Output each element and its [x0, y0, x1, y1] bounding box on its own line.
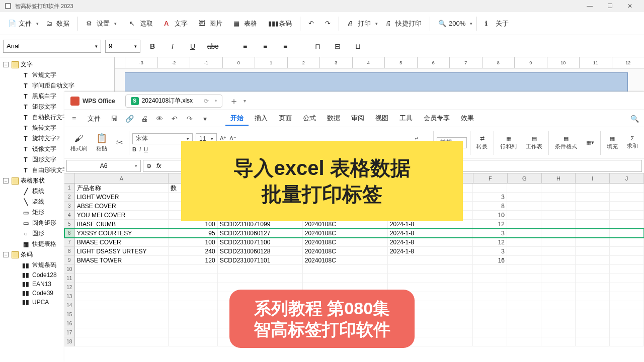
italic-button[interactable]: I	[165, 39, 181, 54]
rib-sum[interactable]: Σ求和	[624, 135, 641, 150]
rib-italic[interactable]: I	[139, 146, 141, 152]
table-row[interactable]: 11	[64, 274, 644, 283]
tree-item[interactable]: T常规文字	[0, 70, 114, 80]
quickprint-button[interactable]: 🖨快捷打印	[380, 15, 427, 33]
underline-button[interactable]: U	[185, 39, 201, 54]
wps-tab-开始[interactable]: 开始	[225, 112, 249, 126]
main-toolbar: 📄文件 🗂数据 ⚙设置 ↖选取 A文字 🖼图片 ▦表格 ▮▮▮条码 ↶ ↷ 🖨打…	[0, 12, 644, 35]
rib-tablefmt[interactable]: ▦▾	[583, 139, 597, 146]
redo-button[interactable]: ↷	[320, 15, 336, 33]
rib-underline[interactable]: U	[144, 146, 148, 152]
wps-file-menu[interactable]: 文件	[83, 112, 106, 125]
wps-tab-工具[interactable]: 工具	[394, 112, 418, 126]
file-menu[interactable]: 📄文件	[3, 15, 40, 33]
valign-top-button[interactable]: ⊓	[309, 39, 326, 54]
align-left-button[interactable]: ≡	[237, 39, 253, 54]
table-row[interactable]: 10	[64, 265, 644, 274]
valign-bot-button[interactable]: ⊔	[350, 39, 366, 54]
svg-rect-1	[6, 4, 10, 8]
ruler-horizontal: -3-2-10123456789101112	[115, 57, 644, 68]
text-tool[interactable]: A文字	[159, 15, 193, 33]
rib-condfmt[interactable]: ▦条件格式	[552, 135, 580, 150]
rib-convert[interactable]: ⇄转换	[473, 135, 491, 150]
col-header[interactable]	[64, 173, 75, 183]
valign-mid-button[interactable]: ⊟	[330, 39, 346, 54]
format-toolbar: Arial▾ 9▾ B I U abc ≡ ≡ ≡ ⊓ ⊟ ⊔	[0, 35, 644, 57]
overlay-badge: 系列教程 第080集 智高标签打印软件	[229, 290, 415, 348]
overlay-title: 导入excel 表格数据 批量打印标签	[181, 141, 463, 221]
close-button[interactable]: ✕	[620, 0, 640, 12]
wps-redo-icon[interactable]: ↷	[183, 112, 196, 125]
table-row[interactable]: 6YXSSY COURTESY95SCDD231006012720240108C…	[64, 229, 644, 238]
select-tool[interactable]: ↖选取	[124, 15, 158, 33]
wps-tab-公式[interactable]: 公式	[298, 112, 321, 126]
bold-button[interactable]: B	[144, 39, 160, 54]
table-tool[interactable]: ▦表格	[228, 15, 262, 33]
col-header[interactable]: F	[473, 173, 508, 183]
col-header[interactable]: J	[610, 173, 644, 183]
rib-cut[interactable]: ✂	[113, 138, 126, 147]
wps-save-icon[interactable]: 🖫	[108, 112, 121, 125]
wps-search-icon[interactable]: 🔍	[628, 112, 641, 125]
wps-preview-icon[interactable]: 👁	[153, 112, 166, 125]
wps-print-icon[interactable]: 🖨	[138, 112, 151, 125]
undo-button[interactable]: ↶	[303, 15, 319, 33]
tree-item[interactable]: T字间距自动文字	[0, 80, 114, 91]
col-header[interactable]: I	[576, 173, 610, 183]
rib-fill[interactable]: ▦填充	[604, 135, 621, 150]
wps-dropdown-icon[interactable]: ▾	[198, 112, 211, 125]
wps-menu-bar: ≡ 文件 🖫 🔗 🖨 👁 ↶ ↷ ▾ 开始插入页面公式数据审阅视图工具会员专享效…	[64, 110, 644, 127]
rib-paste[interactable]: 📋粘贴	[93, 133, 110, 152]
rib-format-brush[interactable]: 🖌格式刷	[67, 133, 90, 152]
strike-button[interactable]: abc	[205, 39, 221, 54]
app-title: 智高标签打印软件 2023	[15, 3, 73, 10]
wps-link-icon[interactable]: 🔗	[123, 112, 136, 125]
minimize-button[interactable]: —	[580, 0, 600, 12]
about-button[interactable]: ℹ关于	[480, 15, 514, 33]
wps-titlebar: WPS Office S20240108订单.xlsx⟳• ＋ ▾	[64, 92, 644, 110]
wps-file-tab[interactable]: S20240108订单.xlsx⟳•	[125, 95, 223, 108]
zoom-control[interactable]: 🔍200%	[433, 15, 473, 33]
zoom-out-icon[interactable]: ⊖	[146, 162, 151, 169]
align-right-button[interactable]: ≡	[277, 39, 293, 54]
col-header[interactable]: H	[542, 173, 576, 183]
wps-tab-视图[interactable]: 视图	[370, 112, 393, 126]
wps-tab-插入[interactable]: 插入	[250, 112, 273, 126]
wps-tab-会员专享[interactable]: 会员专享	[419, 112, 455, 126]
settings-menu[interactable]: ⚙设置	[81, 15, 118, 33]
rib-worksheet[interactable]: ▤工作表	[523, 135, 545, 150]
print-button[interactable]: 🖨打印	[342, 15, 379, 33]
wps-tab-数据[interactable]: 数据	[322, 112, 345, 126]
wps-undo-icon[interactable]: ↶	[168, 112, 181, 125]
table-row[interactable]: 9BMASE TOWER120SCDD231007110120240108C16	[64, 256, 644, 265]
font-size-select[interactable]: 9▾	[105, 40, 140, 53]
cell-reference[interactable]: A6	[66, 160, 141, 172]
table-row[interactable]: 8LIGHT DSASSY URTESY240SCDD2310060128202…	[64, 247, 644, 256]
tree-group-text[interactable]: −文字	[0, 59, 114, 70]
wps-tab-页面[interactable]: 页面	[274, 112, 297, 126]
table-row[interactable]: 7BMASE COVER100SCDD231007110020240108C20…	[64, 238, 644, 247]
app-title-bar: 智高标签打印软件 2023 — ☐ ✕	[0, 0, 644, 12]
wps-tab-效果[interactable]: 效果	[456, 112, 479, 126]
col-header[interactable]: G	[508, 173, 542, 183]
wps-new-tab[interactable]: ＋	[229, 95, 238, 107]
barcode-tool[interactable]: ▮▮▮条码	[263, 15, 297, 33]
data-menu[interactable]: 🗂数据	[41, 15, 74, 33]
wps-hamburger-icon[interactable]: ≡	[67, 112, 80, 125]
rib-bold[interactable]: B	[132, 146, 136, 152]
app-icon	[4, 2, 12, 10]
align-center-button[interactable]: ≡	[257, 39, 273, 54]
maximize-button[interactable]: ☐	[600, 0, 620, 12]
col-header[interactable]: A	[75, 173, 169, 183]
wps-logo: WPS Office	[67, 97, 118, 106]
wps-tab-审阅[interactable]: 审阅	[346, 112, 369, 126]
image-tool[interactable]: 🖼图片	[194, 15, 227, 33]
rib-rowcol[interactable]: ▦行和列	[497, 135, 520, 150]
font-select[interactable]: Arial▾	[3, 40, 101, 53]
